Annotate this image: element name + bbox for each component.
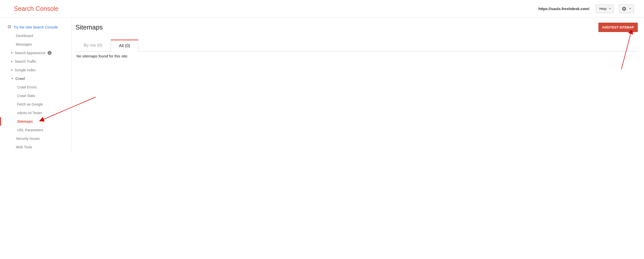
logo[interactable]: Search Console [14,5,59,12]
tab-by-me[interactable]: By me (0) [75,40,111,51]
sidebar-item-messages[interactable]: Messages [0,40,71,49]
sidebar-item-robots-tester[interactable]: robots.txt Tester [0,109,71,117]
sidebar: Try the new Search Console Dashboard Mes… [0,18,72,151]
search-appearance-label: Search Appearance [15,51,46,55]
gear-icon [622,6,627,11]
chevron-down-icon [609,8,611,9]
sidebar-item-dashboard[interactable]: Dashboard [0,31,71,40]
title-bar: Sitemaps ADD/TEST SITEMAP [75,23,638,32]
sidebar-item-search-traffic[interactable]: Search Traffic [0,57,71,66]
sidebar-item-search-appearance[interactable]: Search Appearance i [0,49,71,57]
google-index-label: Google Index [15,68,35,72]
help-button[interactable]: Help [596,5,614,13]
header: Search Console https://sauls.freshdesk.c… [0,0,644,18]
caret-right-icon [11,52,13,54]
sidebar-item-url-parameters[interactable]: URL Parameters [0,126,71,134]
chevron-down-icon [629,8,631,9]
add-test-sitemap-button[interactable]: ADD/TEST SITEMAP [598,23,638,32]
sidebar-item-web-tools[interactable]: Web Tools [0,143,71,151]
body: Try the new Search Console Dashboard Mes… [0,18,644,151]
tab-all[interactable]: All (0) [111,40,138,51]
caret-right-icon [11,69,13,71]
sidebar-item-sitemaps[interactable]: Sitemaps [0,117,71,126]
try-new-console-link[interactable]: Try the new Search Console [0,23,71,31]
property-url[interactable]: https://sauls.freshdesk.com/ [538,7,589,11]
page-title: Sitemaps [75,23,103,31]
try-link-label: Try the new Search Console [14,25,58,29]
caret-down-icon [11,78,13,79]
sidebar-item-security-issues[interactable]: Security Issues [0,134,71,143]
sidebar-item-crawl-errors[interactable]: Crawl Errors [0,83,71,91]
settings-button[interactable] [619,5,634,13]
main-content: Sitemaps ADD/TEST SITEMAP By me (0) All … [72,18,644,151]
caret-right-icon [11,60,13,62]
crawl-label: Crawl [15,77,25,81]
empty-state-message: No sitemaps found for this site. [75,51,638,61]
info-icon[interactable]: i [48,51,52,55]
help-label: Help [599,7,607,11]
sidebar-item-fetch-as-google[interactable]: Fetch as Google [0,100,71,109]
search-traffic-label: Search Traffic [15,59,36,63]
external-link-icon [8,25,11,29]
sidebar-item-crawl-stats[interactable]: Crawl Stats [0,91,71,100]
tabs: By me (0) All (0) [75,40,638,51]
sidebar-item-google-index[interactable]: Google Index [0,66,71,74]
sidebar-item-crawl[interactable]: Crawl [0,74,71,83]
